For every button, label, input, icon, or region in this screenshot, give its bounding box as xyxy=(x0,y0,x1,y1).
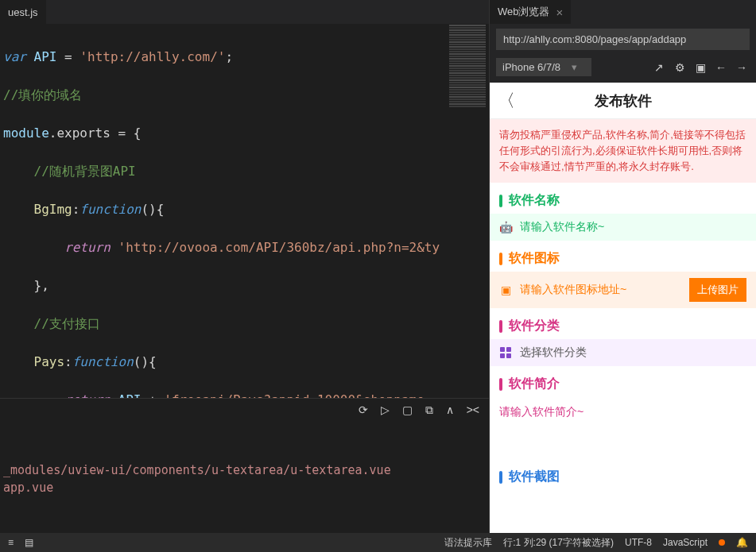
status-terminal-icon[interactable]: ▤ xyxy=(25,537,33,548)
status-sync-icon[interactable] xyxy=(719,539,725,546)
panel-sync-icon[interactable]: ⟳ xyxy=(359,403,368,417)
section-title-category: 软件分类 xyxy=(490,308,756,339)
status-language[interactable]: JavaScript xyxy=(663,537,708,548)
open-external-icon[interactable]: ↗ xyxy=(651,61,667,74)
status-bell-icon[interactable]: 🔔 xyxy=(736,537,748,548)
status-menu-icon[interactable]: ≡ xyxy=(8,537,14,548)
image-icon: ▣ xyxy=(499,284,512,296)
output-panel: ⟳ ▷ ▢ ⧉ ∧ >< _modules/uview-ui/component… xyxy=(0,398,489,533)
panel-stop-icon[interactable]: ▢ xyxy=(402,403,413,417)
software-category-select[interactable]: 选择软件分类 xyxy=(490,339,756,366)
panel-play-icon[interactable]: ▷ xyxy=(381,403,390,417)
preview-tab[interactable]: Web浏览器 × xyxy=(490,0,571,24)
software-name-input[interactable]: 🤖 请输入软件名称~ xyxy=(490,214,756,241)
nav-forward-icon[interactable]: → xyxy=(734,61,750,74)
panel-content[interactable]: _modules/uview-ui/components/u-textarea/… xyxy=(0,422,489,533)
section-title-icon: 软件图标 xyxy=(490,241,756,272)
software-desc-input[interactable]: 请输入软件简介~ xyxy=(490,397,756,427)
section-title-screenshot: 软件截图 xyxy=(490,459,756,490)
editor-tab[interactable]: uest.js xyxy=(0,0,46,24)
back-icon[interactable]: 〈 xyxy=(498,89,515,113)
device-select[interactable]: iPhone 6/7/8 xyxy=(496,58,591,76)
close-icon[interactable]: × xyxy=(556,6,564,19)
upload-image-button[interactable]: 上传图片 xyxy=(689,278,746,302)
editor-pane: uest.js var API = 'http://ahlly.com/'; /… xyxy=(0,0,489,533)
section-title-desc: 软件简介 xyxy=(490,366,756,397)
settings-icon[interactable]: ⚙ xyxy=(672,61,688,74)
nav-back-icon[interactable]: ← xyxy=(713,61,729,74)
mobile-viewport: 〈 发布软件 请勿投稿严重侵权产品,软件名称,简介,链接等不得包括任何形式的引流… xyxy=(490,83,756,533)
panel-collapse-icon[interactable]: ∧ xyxy=(446,403,454,417)
minimap[interactable] xyxy=(445,24,489,398)
url-input[interactable] xyxy=(496,29,750,50)
status-encoding[interactable]: UTF-8 xyxy=(625,537,652,548)
mobile-header: 〈 发布软件 xyxy=(490,83,756,119)
editor-tabbar: uest.js xyxy=(0,0,489,24)
code-editor[interactable]: var API = 'http://ahlly.com/'; //填你的域名 m… xyxy=(0,24,445,398)
software-icon-input[interactable]: ▣ 请输入软件图标地址~ 上传图片 xyxy=(490,272,756,308)
status-bar: ≡ ▤ 语法提示库 行:1 列:29 (17字符被选择) UTF-8 JavaS… xyxy=(0,533,756,552)
status-cursor-position[interactable]: 行:1 列:29 (17字符被选择) xyxy=(503,536,614,550)
grid-icon xyxy=(499,346,512,359)
page-title: 发布软件 xyxy=(595,91,652,110)
panel-image-icon[interactable]: ⧉ xyxy=(425,403,433,417)
screenshot-icon[interactable]: ▣ xyxy=(692,61,708,74)
status-syntax-hint[interactable]: 语法提示库 xyxy=(444,536,492,550)
android-icon: 🤖 xyxy=(499,221,512,234)
warning-banner: 请勿投稿严重侵权产品,软件名称,简介,链接等不得包括任何形式的引流行为,必须保证… xyxy=(490,119,756,183)
panel-close-icon[interactable]: >< xyxy=(467,403,479,417)
section-title-name: 软件名称 xyxy=(490,183,756,214)
web-preview-pane: Web浏览器 × iPhone 6/7/8 ↗ ⚙ ▣ ← → 〈 发布软件 请… xyxy=(489,0,756,533)
